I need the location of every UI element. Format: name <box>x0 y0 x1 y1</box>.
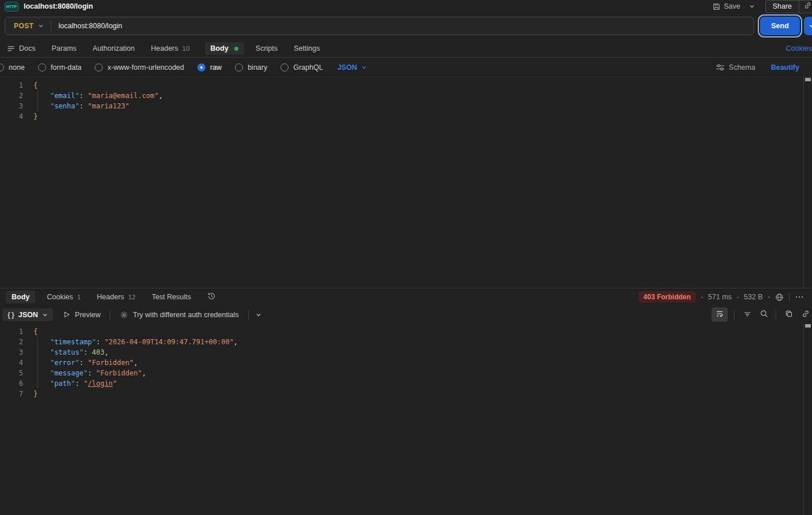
line-number: 1 <box>0 80 23 91</box>
request-url-row: POST localhost:8080/login Send <box>0 13 812 40</box>
line-number: 5 <box>0 368 23 378</box>
dot-separator <box>768 296 770 298</box>
editor-lines: 1{2 "timestamp": "2026-04-09T14:09:47.79… <box>0 324 812 399</box>
editor-line: 3 "status": 403, <box>0 347 812 358</box>
history-icon <box>207 292 216 300</box>
request-tabs: DocsParamsAuthorizationHeaders10BodyScri… <box>6 42 335 55</box>
save-options-button[interactable] <box>746 2 758 10</box>
chevron-down-icon <box>256 312 261 318</box>
response-tabs: BodyCookies1Headers12Test Results <box>6 291 206 303</box>
tab-count-badge: 12 <box>128 294 136 300</box>
wrap-text-button[interactable] <box>712 307 728 322</box>
tab-label: Cookies <box>47 293 73 301</box>
link-icon <box>802 310 810 318</box>
response-time[interactable]: 571 ms <box>708 293 732 301</box>
copy-link-button[interactable] <box>799 2 812 11</box>
line-number: 7 <box>0 389 23 399</box>
request-tab-docs[interactable]: Docs <box>6 42 36 55</box>
url-box: POST localhost:8080/login <box>5 17 754 35</box>
request-tab-scripts[interactable]: Scripts <box>255 42 279 55</box>
response-history-button[interactable] <box>207 292 216 302</box>
dot-separator <box>737 296 739 298</box>
mode-label: x-www-form-urlencoded <box>107 63 184 72</box>
preview-button[interactable]: Preview <box>63 311 100 319</box>
search-icon <box>760 310 768 318</box>
auth-suggestion-button[interactable]: Try with different auth credentials <box>120 311 238 319</box>
tab-label: Test Results <box>152 293 191 301</box>
cookies-link[interactable]: Cookies <box>786 44 812 52</box>
method-selector[interactable]: POST <box>5 22 51 30</box>
code-line: "path": "/login" <box>33 378 117 389</box>
response-tab-cookies[interactable]: Cookies1 <box>46 291 82 303</box>
language-selector[interactable]: JSON <box>338 63 367 72</box>
toolbar-divider <box>110 310 110 319</box>
mode-label: none <box>9 63 25 72</box>
status-badge[interactable]: 403 Forbidden <box>638 291 696 303</box>
scroll-to-link-button[interactable] <box>802 310 810 319</box>
request-tab-headers[interactable]: Headers10 <box>150 42 191 55</box>
mode-label: form-data <box>51 63 82 72</box>
share-button-group: Share <box>765 0 812 13</box>
schema-button[interactable]: Schema <box>716 63 755 72</box>
send-options-button[interactable] <box>804 17 812 35</box>
auth-suggestion-label: Try with different auth credentials <box>133 311 238 319</box>
editor-line: 2 "email": "maria@email.com", <box>0 91 812 101</box>
response-tab-body[interactable]: Body <box>6 291 35 303</box>
scrollbar-thumb[interactable] <box>805 324 811 328</box>
indent-guide <box>38 337 38 389</box>
save-button[interactable]: Save <box>710 1 743 12</box>
copy-button[interactable] <box>785 310 793 319</box>
line-number: 4 <box>0 358 23 368</box>
editor-scrollbar[interactable] <box>803 77 812 288</box>
line-number: 3 <box>0 347 23 358</box>
chevron-down-icon <box>42 312 48 318</box>
editor-scrollbar[interactable] <box>803 324 812 515</box>
body-mode-graphql[interactable]: GraphQL <box>280 63 323 72</box>
response-size[interactable]: 532 B <box>744 293 763 301</box>
schema-label: Schema <box>729 63 755 72</box>
tab-label: Body <box>211 44 229 52</box>
wrap-text-icon <box>716 310 724 318</box>
body-mode-form-data[interactable]: form-data <box>38 63 82 72</box>
editor-line: 4 "error": "Forbidden", <box>0 358 812 368</box>
response-format-selector[interactable]: { } JSON <box>2 309 53 321</box>
response-tab-test-results[interactable]: Test Results <box>151 291 192 303</box>
send-button[interactable]: Send <box>760 17 800 35</box>
code-line: "senha": "maria123" <box>33 101 129 111</box>
request-tab-settings[interactable]: Settings <box>293 42 321 55</box>
search-button[interactable] <box>760 310 768 319</box>
scrollbar-thumb[interactable] <box>805 78 811 81</box>
body-mode-binary[interactable]: binary <box>235 63 267 72</box>
tab-count-badge: 10 <box>182 45 190 52</box>
toolbar-divider <box>776 310 776 319</box>
response-format-label: JSON <box>18 311 38 319</box>
filter-button[interactable] <box>743 310 751 319</box>
response-body-editor[interactable]: 1{2 "timestamp": "2026-04-09T14:09:47.79… <box>0 324 812 515</box>
request-body-editor[interactable]: 1{2 "email": "maria@email.com",3 "senha"… <box>0 77 812 288</box>
mode-label: GraphQL <box>293 63 323 72</box>
radio-icon <box>38 63 46 72</box>
body-mode-raw[interactable]: raw <box>197 63 222 72</box>
request-tab-body[interactable]: Body <box>205 42 244 55</box>
globe-icon[interactable] <box>775 293 784 302</box>
editor-line: 6 "path": "/login" <box>0 378 812 389</box>
share-button[interactable]: Share <box>766 2 799 10</box>
response-more-button[interactable] <box>795 296 807 298</box>
request-tab-authorization[interactable]: Authorization <box>92 42 136 55</box>
gear-icon <box>120 311 128 319</box>
body-mode-options: noneform-datax-www-form-urlencodedrawbin… <box>6 63 336 72</box>
body-mode-none[interactable]: none <box>0 63 25 72</box>
tab-count-badge: 1 <box>77 294 80 300</box>
link-icon <box>804 2 811 9</box>
toolbar-divider <box>248 310 249 319</box>
beautify-button[interactable]: Beautify <box>771 63 806 72</box>
body-mode-x-www-form-urlencoded[interactable]: x-www-form-urlencoded <box>95 63 184 72</box>
response-tab-headers[interactable]: Headers12 <box>96 291 137 303</box>
code-line: } <box>33 111 38 122</box>
request-tab-params[interactable]: Params <box>50 42 77 55</box>
suggestion-options-button[interactable] <box>256 312 261 318</box>
indent-guide <box>38 91 38 111</box>
url-input[interactable]: localhost:8080/login <box>51 22 122 30</box>
code-line: "error": "Forbidden", <box>33 358 138 368</box>
radio-icon <box>197 63 205 72</box>
